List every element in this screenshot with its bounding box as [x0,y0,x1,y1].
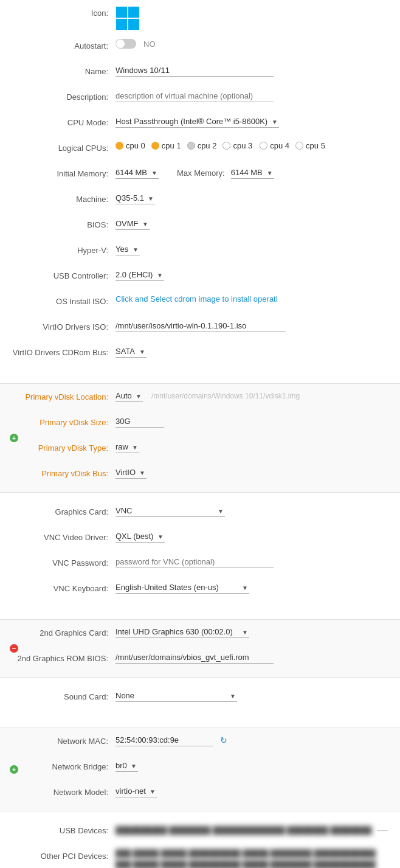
cpu-mode-select-wrap[interactable]: Host Passthrough (Intel® Core™ i5-8600K)… [116,116,279,128]
virtio-cdrom-value[interactable]: SATA ▼ [116,345,388,358]
graphics-card-select[interactable]: VNC [116,505,225,517]
cpu-dot-4 [260,142,267,150]
initial-memory-select-wrap[interactable]: 6144 MB ▼ [116,167,159,179]
graphics2-value[interactable]: Intel UHD Graphics 630 (00:02.0) ▼ [116,626,388,638]
graphics2-select[interactable]: Intel UHD Graphics 630 (00:02.0) [116,626,249,638]
vnc-password-value[interactable] [116,556,388,568]
vnc-video-value[interactable]: QXL (best) ▼ [116,530,388,543]
hyperv-select-wrap[interactable]: Yes ▼ [116,243,140,255]
virtio-drivers-input[interactable] [116,320,286,332]
vdisk-bus-select[interactable]: VirtIO [116,467,147,479]
graphics-card-select-wrap[interactable]: VNC ▼ [116,505,225,517]
hyperv-value[interactable]: Yes ▼ [116,243,388,255]
graphics-card-value[interactable]: VNC ▼ [116,505,388,517]
cpu-item-1[interactable]: cpu 1 [151,141,181,150]
vnc-password-input[interactable] [116,556,274,568]
graphics2-label: 2nd Graphics Card: [12,626,116,637]
vdisk-type-value[interactable]: raw ▼ [116,441,388,453]
cpu-item-5[interactable]: cpu 5 [295,141,325,150]
network-model-select[interactable]: virtio-net [116,785,157,797]
name-value[interactable] [116,64,388,77]
vdisk-bus-value[interactable]: VirtIO ▼ [116,467,388,479]
description-input[interactable] [116,90,274,102]
network-model-select-wrap[interactable]: virtio-net ▼ [116,785,157,797]
cpu-group: cpu 0 cpu 1 cpu 2 cpu 3 cpu 4 [116,141,325,150]
graphics2-rom-input[interactable] [116,651,274,664]
sound-card-value[interactable]: None ▼ [116,690,388,702]
virtio-cdrom-select[interactable]: SATA [116,345,147,358]
cpu-mode-value[interactable]: Host Passthrough (Intel® Core™ i5-8600K)… [116,116,388,128]
vdisk-type-select-wrap[interactable]: raw ▼ [116,441,139,453]
machine-select-wrap[interactable]: Q35-5.1 ▼ [116,192,155,204]
name-input[interactable] [116,64,274,77]
virtio-drivers-label: VirtIO Drivers ISO: [12,320,116,332]
vdisk-size-value[interactable] [116,415,388,428]
vdisk-bus-label: Primary vDisk Bus: [12,467,116,478]
os-install-value[interactable]: Click and Select cdrom image to install … [116,294,388,304]
max-memory-select-wrap[interactable]: 6144 MB ▼ [231,167,274,179]
network-bridge-select[interactable]: br0 [116,760,138,772]
network-model-value[interactable]: virtio-net ▼ [116,785,388,797]
bios-value[interactable]: OVMF ▼ [116,218,388,230]
graphics2-remove-indicator[interactable]: − [10,644,18,653]
network-add-indicator[interactable]: + [10,765,18,774]
virtio-cdrom-select-wrap[interactable]: SATA ▼ [116,345,147,358]
hyperv-select[interactable]: Yes [116,243,140,255]
network-bridge-select-wrap[interactable]: br0 ▼ [116,760,138,772]
bios-select[interactable]: OVMF [116,218,150,230]
sound-card-select-wrap[interactable]: None ▼ [116,690,237,702]
machine-value[interactable]: Q35-5.1 ▼ [116,192,388,204]
cpu-item-2[interactable]: cpu 2 [187,141,217,150]
network-bridge-value[interactable]: br0 ▼ [116,760,388,772]
initial-memory-value[interactable]: 6144 MB ▼ Max Memory: 6144 MB ▼ [116,167,388,179]
vdisk-add-indicator[interactable]: + [10,434,18,442]
machine-select[interactable]: Q35-5.1 [116,192,155,204]
os-install-label: OS Install ISO: [12,294,116,306]
other-pci-value[interactable]: ███ █████ █████ ██████████ █████ ███████… [116,849,388,868]
cpu-mode-label: CPU Mode: [12,116,116,127]
mac-refresh-icon[interactable]: ↻ [220,735,227,745]
vnc-keyboard-select-wrap[interactable]: English-United States (en-us) ▼ [116,582,249,594]
vdisk-location-label: Primary vDisk Location: [12,390,116,401]
vnc-keyboard-label: VNC Keyboard: [12,582,116,593]
vnc-keyboard-value[interactable]: English-United States (en-us) ▼ [116,582,388,594]
machine-label: Machine: [12,192,116,204]
vdisk-location-select-wrap[interactable]: Auto ▼ [116,390,143,402]
initial-memory-select[interactable]: 6144 MB [116,167,159,179]
max-memory-select[interactable]: 6144 MB [231,167,274,179]
cpu-dot-2 [187,142,195,150]
usb-controller-value[interactable]: 2.0 (EHCI) ▼ [116,269,388,281]
cpu-item-3[interactable]: cpu 3 [222,141,252,150]
autostart-label: Autostart: [12,39,116,50]
cpu-item-0[interactable]: cpu 0 [116,141,145,150]
vnc-video-select[interactable]: QXL (best) [116,530,165,543]
vdisk-size-input[interactable] [116,415,164,428]
usb-controller-select-wrap[interactable]: 2.0 (EHCI) ▼ [116,269,164,281]
autostart-toggle[interactable] [116,39,136,49]
cpu-item-4[interactable]: cpu 4 [260,141,289,150]
network-mac-input[interactable] [116,734,213,746]
svg-rect-0 [116,7,127,18]
vdisk-type-select[interactable]: raw [116,441,139,453]
network-mac-label: Network MAC: [12,734,116,746]
graphics2-rom-value[interactable] [116,651,388,664]
description-value[interactable] [116,90,388,102]
vdisk-bus-select-wrap[interactable]: VirtIO ▼ [116,467,147,479]
vdisk-location-select[interactable]: Auto [116,390,143,402]
virtio-cdrom-label: VirtIO Drivers CDRom Bus: [12,345,116,357]
vnc-video-select-wrap[interactable]: QXL (best) ▼ [116,530,165,543]
cpu-mode-select[interactable]: Host Passthrough (Intel® Core™ i5-8600K) [116,116,279,128]
vdisk-location-value[interactable]: Auto ▼ /mnt/user/domains/Windows 10/11/v… [116,390,388,402]
vnc-keyboard-select[interactable]: English-United States (en-us) [116,582,249,594]
usb-controller-select[interactable]: 2.0 (EHCI) [116,269,164,281]
bios-select-wrap[interactable]: OVMF ▼ [116,218,150,230]
cpu-dot-5 [295,142,303,150]
graphics2-select-wrap[interactable]: Intel UHD Graphics 630 (00:02.0) ▼ [116,626,249,638]
usb-devices-value[interactable]: ██████████ ████████ ██████████████ █████… [116,824,388,836]
autostart-value[interactable]: NO [116,39,388,49]
network-mac-value[interactable]: ↻ [116,734,388,746]
os-install-placeholder[interactable]: Click and Select cdrom image to install … [116,294,278,304]
sound-card-select[interactable]: None [116,690,237,702]
virtio-drivers-value[interactable] [116,320,388,332]
graphics2-rom-label: 2nd Graphics ROM BIOS: [12,651,116,663]
